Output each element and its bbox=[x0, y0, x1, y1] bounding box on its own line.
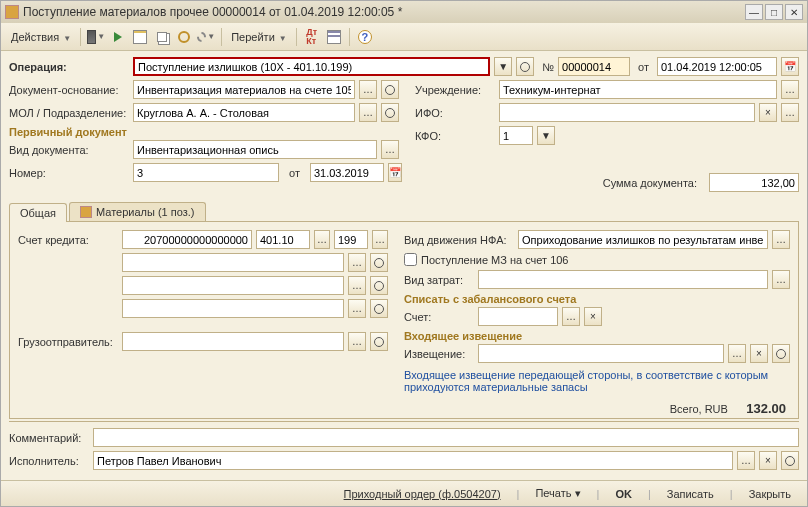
credit-extra1-select-button[interactable]: … bbox=[348, 253, 366, 272]
ifo-label: ИФО: bbox=[415, 107, 495, 119]
primary-num-input[interactable] bbox=[133, 163, 279, 182]
nfa-label: Вид движения НФА: bbox=[404, 234, 514, 246]
comment-input[interactable] bbox=[93, 428, 799, 447]
mol-search-button[interactable] bbox=[381, 103, 399, 122]
primary-calendar-icon[interactable]: 📅 bbox=[388, 163, 402, 182]
notice-search-button[interactable] bbox=[772, 344, 790, 363]
account-clear-button[interactable]: × bbox=[584, 307, 602, 326]
mz106-label: Поступление МЗ на счет 106 bbox=[421, 254, 569, 266]
operation-input[interactable] bbox=[133, 57, 490, 76]
calendar-icon[interactable]: 📅 bbox=[781, 57, 799, 76]
credit-extra2-search-button[interactable] bbox=[370, 276, 388, 295]
minimize-button[interactable]: — bbox=[745, 4, 763, 20]
credit3-select-button[interactable]: … bbox=[372, 230, 388, 249]
docbase-select-button[interactable]: … bbox=[359, 80, 377, 99]
mol-input[interactable] bbox=[133, 103, 355, 122]
dtkt-icon[interactable]: ДтКт bbox=[302, 27, 322, 47]
shipper-select-button[interactable]: … bbox=[348, 332, 366, 351]
credit-extra-1[interactable] bbox=[122, 253, 344, 272]
primary-from-label: от bbox=[289, 167, 300, 179]
doc-number-input[interactable] bbox=[558, 57, 630, 76]
credit-input-1[interactable] bbox=[122, 230, 252, 249]
save-icon[interactable]: ▼ bbox=[86, 27, 106, 47]
institution-select-button[interactable]: … bbox=[781, 80, 799, 99]
notice-hint: Входящее извещение передающей стороны, в… bbox=[404, 367, 790, 395]
credit-extra-2[interactable] bbox=[122, 276, 344, 295]
settings-icon[interactable]: ▼ bbox=[196, 27, 216, 47]
tabs: Общая Материалы (1 поз.) bbox=[9, 202, 799, 222]
tab-materials[interactable]: Материалы (1 поз.) bbox=[69, 202, 206, 221]
materials-tab-icon bbox=[80, 206, 92, 218]
shipper-label: Грузоотправитель: bbox=[18, 336, 118, 348]
kfo-dropdown-button[interactable]: ▼ bbox=[537, 126, 555, 145]
doctype-input[interactable] bbox=[133, 140, 377, 159]
credit-extra1-search-button[interactable] bbox=[370, 253, 388, 272]
maximize-button[interactable]: □ bbox=[765, 4, 783, 20]
credit-extra3-select-button[interactable]: … bbox=[348, 299, 366, 318]
primary-date-input[interactable] bbox=[310, 163, 384, 182]
kfo-label: КФО: bbox=[415, 130, 495, 142]
account-input[interactable] bbox=[478, 307, 558, 326]
notice-input[interactable] bbox=[478, 344, 724, 363]
incoming-section: Входящее извещение bbox=[404, 330, 790, 342]
doc-date-input[interactable] bbox=[657, 57, 777, 76]
sum-input[interactable] bbox=[709, 173, 799, 192]
mol-label: МОЛ / Подразделение: bbox=[9, 107, 129, 119]
nfa-input[interactable] bbox=[518, 230, 768, 249]
cost-select-button[interactable]: … bbox=[772, 270, 790, 289]
notice-select-button[interactable]: … bbox=[728, 344, 746, 363]
primary-doc-section: Первичный документ bbox=[9, 126, 399, 138]
ok-button[interactable]: OK bbox=[607, 486, 640, 502]
kfo-input[interactable] bbox=[499, 126, 533, 145]
credit-input-2[interactable] bbox=[256, 230, 310, 249]
close-button[interactable]: Закрыть bbox=[741, 486, 799, 502]
operation-dropdown-button[interactable]: ▼ bbox=[494, 57, 512, 76]
close-window-button[interactable]: ✕ bbox=[785, 4, 803, 20]
mz106-checkbox[interactable] bbox=[404, 253, 417, 266]
operation-search-button[interactable] bbox=[516, 57, 534, 76]
credit-extra-3[interactable] bbox=[122, 299, 344, 318]
app-icon bbox=[5, 5, 19, 19]
doctype-select-button[interactable]: … bbox=[381, 140, 399, 159]
executor-search-button[interactable] bbox=[781, 451, 799, 470]
credit-input-3[interactable] bbox=[334, 230, 368, 249]
total-value: 132.00 bbox=[746, 401, 786, 416]
sum-label: Сумма документа: bbox=[603, 177, 697, 189]
cost-input[interactable] bbox=[478, 270, 768, 289]
ifo-input[interactable] bbox=[499, 103, 755, 122]
footer: Приходный ордер (ф.0504207) | Печать ▾ |… bbox=[1, 480, 807, 506]
new-doc-icon[interactable] bbox=[130, 27, 150, 47]
credit-extra2-select-button[interactable]: … bbox=[348, 276, 366, 295]
credit-extra3-search-button[interactable] bbox=[370, 299, 388, 318]
executor-clear-button[interactable]: × bbox=[759, 451, 777, 470]
account-select-button[interactable]: … bbox=[562, 307, 580, 326]
goto-menu[interactable]: Перейти ▼ bbox=[227, 29, 291, 45]
help-icon[interactable]: ? bbox=[355, 27, 375, 47]
report-icon[interactable] bbox=[324, 27, 344, 47]
credit2-select-button[interactable]: … bbox=[314, 230, 330, 249]
shipper-search-button[interactable] bbox=[370, 332, 388, 351]
tab-general[interactable]: Общая bbox=[9, 203, 67, 222]
mol-select-button[interactable]: … bbox=[359, 103, 377, 122]
history-icon[interactable] bbox=[174, 27, 194, 47]
notice-clear-button[interactable]: × bbox=[750, 344, 768, 363]
institution-input[interactable] bbox=[499, 80, 777, 99]
credit-label: Счет кредита: bbox=[18, 234, 118, 246]
receipt-order-link[interactable]: Приходный ордер (ф.0504207) bbox=[336, 486, 509, 502]
shipper-input[interactable] bbox=[122, 332, 344, 351]
ifo-clear-button[interactable]: × bbox=[759, 103, 777, 122]
post-icon[interactable] bbox=[108, 27, 128, 47]
offbalance-section: Списать с забалансового счета bbox=[404, 293, 790, 305]
ifo-select-button[interactable]: … bbox=[781, 103, 799, 122]
docbase-input[interactable] bbox=[133, 80, 355, 99]
actions-menu[interactable]: Действия ▼ bbox=[7, 29, 75, 45]
executor-input[interactable] bbox=[93, 451, 733, 470]
save-button[interactable]: Записать bbox=[659, 486, 722, 502]
institution-label: Учреждение: bbox=[415, 84, 495, 96]
docbase-search-button[interactable] bbox=[381, 80, 399, 99]
nfa-select-button[interactable]: … bbox=[772, 230, 790, 249]
clone-icon[interactable] bbox=[152, 27, 172, 47]
notice-label: Извещение: bbox=[404, 348, 474, 360]
print-button[interactable]: Печать ▾ bbox=[527, 485, 588, 502]
executor-select-button[interactable]: … bbox=[737, 451, 755, 470]
